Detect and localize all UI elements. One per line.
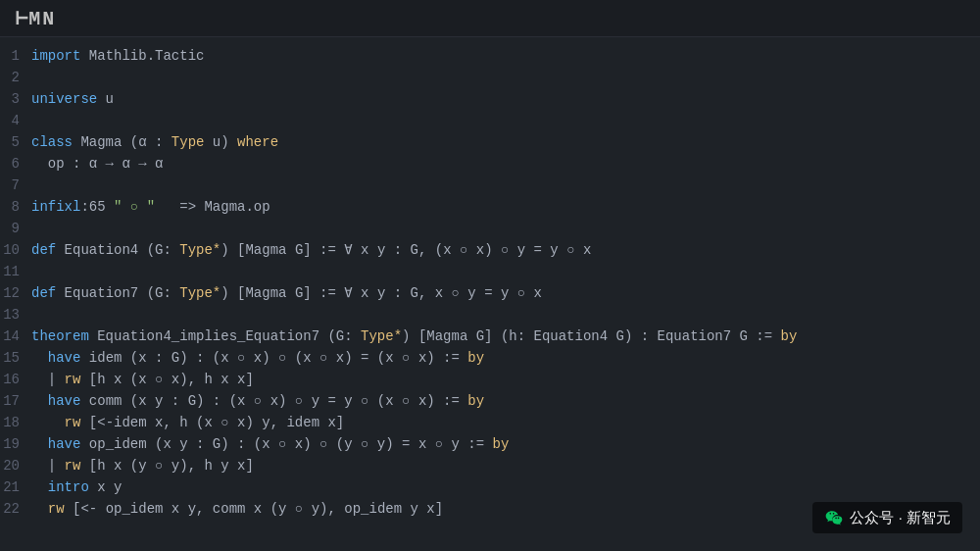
code-line: 4: [0, 110, 980, 131]
line-number: 11: [0, 261, 31, 282]
line-number: 6: [0, 153, 31, 175]
line-content: [31, 218, 980, 239]
line-content: op : α → α → α: [31, 153, 980, 175]
line-content: import Mathlib.Tactic: [31, 45, 980, 67]
line-content: [31, 110, 980, 131]
line-content: | rw [h x (y ○ y), h y x]: [31, 455, 980, 476]
line-number: 15: [0, 347, 31, 369]
line-number: 7: [0, 175, 31, 196]
code-line: 17 have comm (x y : G) : (x ○ x) ○ y = y…: [0, 390, 980, 412]
line-content: def Equation4 (G: Type*) [Magma G] := ∀ …: [31, 239, 980, 261]
code-line: 3universe u: [0, 88, 980, 110]
line-number: 5: [0, 131, 31, 153]
line-content: [31, 67, 980, 88]
watermark-text: 公众号 · 新智元: [850, 509, 951, 527]
line-content: class Magma (α : Type u) where: [31, 131, 980, 153]
line-number: 4: [0, 110, 31, 131]
line-content: theorem Equation4_implies_Equation7 (G: …: [31, 326, 980, 347]
line-content: have comm (x y : G) : (x ○ x) ○ y = y ○ …: [31, 390, 980, 412]
code-area: 1import Mathlib.Tactic23universe u45clas…: [0, 37, 980, 527]
code-line: 5class Magma (α : Type u) where: [0, 131, 980, 153]
code-line: 7: [0, 175, 980, 196]
code-line: 6 op : α → α → α: [0, 153, 980, 175]
line-number: 21: [0, 476, 31, 498]
logo: ⊢MN: [16, 5, 56, 31]
code-line: 2: [0, 67, 980, 88]
line-number: 10: [0, 239, 31, 261]
code-line: 13: [0, 304, 980, 326]
line-content: [31, 304, 980, 326]
line-content: intro x y: [31, 476, 980, 498]
line-number: 9: [0, 218, 31, 239]
code-line: 20 | rw [h x (y ○ y), h y x]: [0, 455, 980, 476]
line-number: 16: [0, 369, 31, 390]
line-number: 20: [0, 455, 31, 476]
line-number: 22: [0, 498, 31, 520]
code-line: 12def Equation7 (G: Type*) [Magma G] := …: [0, 282, 980, 304]
line-content: def Equation7 (G: Type*) [Magma G] := ∀ …: [31, 282, 980, 304]
code-line: 16 | rw [h x (x ○ x), h x x]: [0, 369, 980, 390]
line-number: 12: [0, 282, 31, 304]
line-number: 18: [0, 412, 31, 433]
code-line: 15 have idem (x : G) : (x ○ x) ○ (x ○ x)…: [0, 347, 980, 369]
line-number: 3: [0, 88, 31, 110]
code-line: 19 have op_idem (x y : G) : (x ○ x) ○ (y…: [0, 433, 980, 455]
code-line: 1import Mathlib.Tactic: [0, 45, 980, 67]
line-number: 2: [0, 67, 31, 88]
code-line: 8infixl:65 " ○ " => Magma.op: [0, 196, 980, 218]
line-content: infixl:65 " ○ " => Magma.op: [31, 196, 980, 218]
watermark: 公众号 · 新智元: [812, 502, 962, 533]
line-number: 17: [0, 390, 31, 412]
line-content: [31, 175, 980, 196]
line-number: 1: [0, 45, 31, 67]
code-line: 10def Equation4 (G: Type*) [Magma G] := …: [0, 239, 980, 261]
line-content: have idem (x : G) : (x ○ x) ○ (x ○ x) = …: [31, 347, 980, 369]
line-number: 14: [0, 326, 31, 347]
line-content: universe u: [31, 88, 980, 110]
line-content: rw [<-idem x, h (x ○ x) y, idem x]: [31, 412, 980, 433]
wechat-icon: [824, 508, 844, 527]
code-line: 11: [0, 261, 980, 282]
line-content: | rw [h x (x ○ x), h x x]: [31, 369, 980, 390]
code-line: 21 intro x y: [0, 476, 980, 498]
line-number: 8: [0, 196, 31, 218]
line-number: 19: [0, 433, 31, 455]
line-content: [31, 261, 980, 282]
line-number: 13: [0, 304, 31, 326]
line-content: have op_idem (x y : G) : (x ○ x) ○ (y ○ …: [31, 433, 980, 455]
code-line: 18 rw [<-idem x, h (x ○ x) y, idem x]: [0, 412, 980, 433]
code-line: 9: [0, 218, 980, 239]
code-line: 14theorem Equation4_implies_Equation7 (G…: [0, 326, 980, 347]
header: ⊢MN: [0, 0, 980, 37]
